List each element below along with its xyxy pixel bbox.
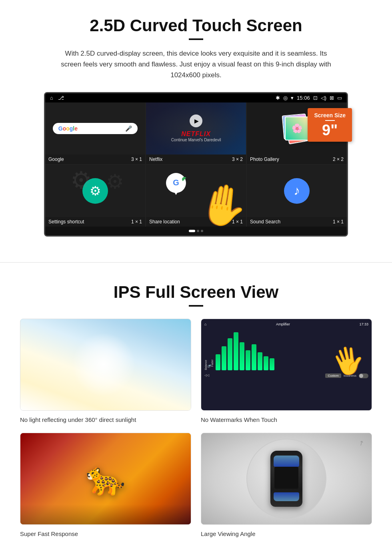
dot-2[interactable] — [197, 230, 199, 232]
section1-description: With 2.5D curved-display screen, this de… — [56, 48, 336, 81]
netflix-app-label: Netflix 3 × 2 — [146, 155, 246, 164]
gallery-name: Photo Gallery — [250, 157, 279, 162]
window-icon[interactable]: ▭ — [337, 95, 342, 101]
badge-size: 9" — [314, 122, 346, 138]
share-name: Share location — [149, 219, 180, 225]
status-bar: ⌂ ⎇ ✱ ◎ ▾ 15:06 ⊡ ◁) ⊠ ▭ — [45, 93, 347, 102]
share-cell-inner: G 🤚 — [146, 165, 246, 217]
app-cell-sound-search[interactable]: ♪ Sound Search 1 × 1 — [247, 165, 347, 227]
eq-bar-9 — [264, 356, 268, 370]
sound-icon: ♪ — [284, 178, 310, 204]
app-cell-share-location[interactable]: G 🤚 Share location 1 × 1 — [146, 165, 246, 227]
amp-time: 17:33 — [359, 322, 368, 326]
sunlight-image-box — [20, 319, 191, 411]
eq-bar-2 — [222, 346, 226, 370]
usb-icon: ⎇ — [58, 95, 64, 101]
hand-pointing-icon: 🤚 — [194, 178, 246, 227]
google-logo: Google — [58, 125, 78, 132]
ips-item-cheetah: 🐆 Super Fast Response — [20, 433, 191, 537]
sound-grid: 1 × 1 — [333, 219, 344, 225]
location-icon: ◎ — [283, 95, 288, 101]
netflix-overlay: ▶ NETFLIX Continue Marvel's Daredevil — [171, 114, 221, 142]
status-bar-left: ⌂ ⎇ — [50, 95, 64, 101]
settings-app-label: Settings shortcut 1 × 1 — [45, 217, 145, 227]
amplifier-image: ⌂ Amplifier 17:33 Balance 🔊 Fader — [201, 319, 372, 410]
cheetah-icon: 🐆 — [86, 460, 126, 498]
settings-grid: 1 × 1 — [131, 219, 142, 225]
eq-bar-3 — [228, 338, 232, 370]
badge-title: Screen Size — [314, 112, 346, 118]
home-icon[interactable]: ⌂ — [50, 95, 53, 101]
netflix-play-button[interactable]: ▶ — [190, 114, 202, 127]
google-mic-icon[interactable]: 🎤 — [125, 125, 132, 132]
amp-home-icon: ⌂ — [204, 322, 206, 326]
bluetooth-icon: ✱ — [276, 95, 280, 101]
amplifier-caption: No Watermarks When Touch — [201, 416, 372, 423]
close-icon[interactable]: ⊠ — [330, 95, 334, 101]
section2-divider — [189, 305, 203, 307]
dot-3[interactable] — [201, 230, 203, 232]
eq-bar-6 — [246, 350, 250, 370]
amp-title: Amplifier — [276, 322, 290, 326]
eq-bar-10 — [270, 358, 274, 370]
settings-cell-inner: ⚙ ⚙ ⚙ — [45, 165, 145, 217]
google-app-label: Google 3 × 1 — [45, 155, 145, 164]
device-screen: ⌂ ⎇ ✱ ◎ ▾ 15:06 ⊡ ◁) ⊠ ▭ — [44, 92, 348, 237]
section1-divider — [189, 38, 203, 40]
netflix-subtitle: Continue Marvel's Daredevil — [171, 138, 221, 142]
cheetah-image-box: 🐆 — [20, 433, 191, 525]
sound-name: Sound Search — [250, 219, 280, 225]
ips-item-car: ↗ Large Viewing Angle — [201, 433, 372, 537]
status-bar-right: ✱ ◎ ▾ 15:06 ⊡ ◁) ⊠ ▭ — [276, 95, 342, 101]
music-note-icon: ♪ — [294, 183, 300, 198]
google-cell-inner: Google 🎤 — [45, 102, 145, 155]
sound-app-label: Sound Search 1 × 1 — [247, 217, 347, 227]
eq-bar-7 — [252, 344, 256, 370]
google-search-bar[interactable]: Google 🎤 — [53, 123, 138, 134]
car-caption: Large Viewing Angle — [201, 530, 372, 537]
sunlight-caption: No light reflecting under 360° direct su… — [20, 416, 191, 423]
amplifier-image-box: ⌂ Amplifier 17:33 Balance 🔊 Fader — [201, 319, 372, 411]
google-name: Google — [48, 157, 64, 162]
pagination-dots — [45, 227, 347, 235]
photo-item-3: 🌸 — [285, 116, 309, 141]
amp-back[interactable]: ◁◁ — [204, 373, 209, 378]
maps-icon: G — [166, 173, 186, 193]
netflix-cell-inner: ▶ NETFLIX Continue Marvel's Daredevil — [146, 102, 246, 155]
eq-bar-1 — [216, 354, 220, 370]
volume-icon: ◁) — [321, 95, 326, 101]
app-grid: Google 🎤 Google 3 × 1 — [45, 102, 347, 227]
netflix-grid: 3 × 2 — [232, 157, 243, 162]
section2-title: IPS Full Screen View — [20, 283, 372, 302]
section1-title: 2.5D Curved Touch Screen — [24, 16, 368, 35]
eq-bar-5 — [240, 342, 244, 370]
loudness-toggle[interactable] — [359, 373, 368, 378]
netflix-name: Netflix — [149, 157, 162, 162]
sunlight-glare-2 — [72, 333, 136, 397]
section-curved-touch: 2.5D Curved Touch Screen With 2.5D curve… — [0, 0, 392, 246]
app-cell-netflix[interactable]: ▶ NETFLIX Continue Marvel's Daredevil Ne… — [146, 102, 246, 164]
page-divider — [0, 262, 392, 263]
cheetah-image: 🐆 — [20, 433, 191, 524]
sound-cell-inner: ♪ — [247, 165, 347, 217]
cheetah-caption: Super Fast Response — [20, 530, 191, 537]
amp-header: ⌂ Amplifier 17:33 — [204, 322, 368, 326]
wifi-icon: ▾ — [291, 95, 294, 101]
netflix-logo: NETFLIX — [171, 130, 221, 138]
google-grid: 3 × 1 — [131, 157, 142, 162]
ips-item-amplifier: ⌂ Amplifier 17:33 Balance 🔊 Fader — [201, 319, 372, 423]
app-cell-settings[interactable]: ⚙ ⚙ ⚙ Settings shortcut 1 × 1 — [45, 165, 145, 227]
ips-grid: No light reflecting under 360° direct su… — [20, 319, 372, 537]
sunlight-image — [20, 319, 191, 410]
time-display: 15:06 — [297, 95, 310, 101]
screen-size-badge: Screen Size 9" — [308, 108, 352, 142]
gallery-grid: 2 × 2 — [333, 157, 344, 162]
eq-bar-4 — [234, 332, 238, 370]
device-mockup: Screen Size 9" ⌂ ⎇ ✱ ◎ ▾ 15:06 ⊡ ◁) ⊠ — [44, 92, 348, 237]
app-cell-google[interactable]: Google 🎤 Google 3 × 1 — [45, 102, 145, 164]
maps-g-icon: G — [166, 173, 186, 193]
dot-1[interactable] — [189, 230, 195, 232]
car-top-view — [246, 439, 326, 519]
gallery-app-label: Photo Gallery 2 × 2 — [247, 155, 347, 164]
camera-icon: ⊡ — [313, 95, 318, 101]
